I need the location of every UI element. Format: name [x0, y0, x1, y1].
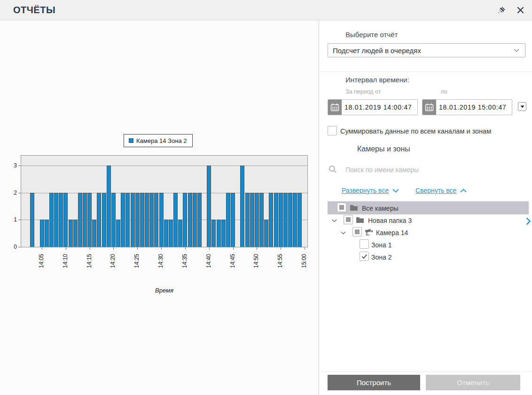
calendar-to-button[interactable] — [422, 100, 436, 115]
x-tick-label: 14:35 — [181, 251, 188, 268]
tree-row-all-cameras[interactable]: Все камеры — [320, 202, 532, 214]
collapse-all-label: Свернуть все — [415, 187, 456, 194]
bar — [97, 193, 101, 247]
bar — [49, 193, 54, 247]
calendar-icon — [330, 103, 339, 111]
x-tick — [113, 247, 114, 250]
legend-label: Камера 14 Зона 2 — [136, 137, 187, 144]
bar — [145, 193, 149, 247]
datetime-to-value[interactable]: 18.01.2019 15:00:47 — [436, 100, 507, 115]
tree-label: Зона 1 — [371, 241, 391, 249]
datetime-to-field[interactable]: 18.01.2019 15:00:47 — [422, 99, 512, 115]
tree-row-camera[interactable]: Камера 14 — [320, 227, 532, 239]
bar — [30, 193, 34, 247]
y-tick-label: 1 — [8, 217, 17, 222]
x-tick-label: 14:50 — [253, 251, 260, 268]
bar — [87, 193, 92, 247]
bar — [211, 220, 216, 247]
bar — [240, 166, 244, 247]
interval-heading: Интервал времени: — [345, 76, 409, 84]
zone2-checkbox[interactable] — [360, 252, 369, 261]
interval-presets-button[interactable] — [518, 102, 526, 111]
camera-search-field[interactable]: Поиск по имени камеры — [328, 163, 525, 177]
divider — [320, 371, 532, 372]
bar — [131, 193, 135, 247]
calendar-from-button[interactable] — [328, 100, 342, 115]
bar — [207, 166, 211, 247]
chart-legend: Камера 14 Зона 2 — [124, 134, 193, 147]
x-tick-label: 14:10 — [62, 251, 69, 268]
x-tick — [137, 247, 138, 250]
bar — [40, 220, 44, 247]
x-axis-title: Время — [21, 287, 308, 294]
bar — [274, 193, 278, 247]
camera-checkbox[interactable] — [352, 227, 362, 237]
x-tick — [305, 247, 305, 250]
expander-chevron-icon[interactable] — [341, 231, 346, 235]
panel-expander-button[interactable] — [524, 215, 532, 227]
bar — [183, 193, 187, 247]
collapse-all-link[interactable]: Свернуть все — [415, 187, 467, 194]
bar — [245, 193, 250, 247]
y-tick — [18, 166, 21, 166]
bar — [269, 193, 273, 247]
build-button[interactable]: Построить — [328, 375, 420, 390]
tree-row-zone1[interactable]: Зона 1 — [320, 239, 532, 251]
close-button[interactable] — [514, 4, 526, 16]
bar — [83, 193, 87, 247]
reports-window: ОТЧЁТЫ Камера 14 Зона 2 Число людей в оч… — [0, 0, 532, 395]
bar — [283, 193, 288, 247]
x-tick-label: 14:55 — [277, 251, 284, 268]
chevron-down-icon — [514, 48, 519, 52]
folder-checkbox[interactable] — [344, 215, 353, 224]
all-cameras-checkbox[interactable] — [337, 203, 346, 212]
datetime-from-value[interactable]: 18.01.2019 14:00:47 — [342, 100, 412, 115]
tree-row-zone2[interactable]: Зона 2 — [320, 251, 532, 263]
bar — [59, 193, 63, 247]
x-tick — [281, 247, 281, 250]
expand-all-link[interactable]: Развернуть все — [342, 187, 399, 194]
bar — [135, 193, 140, 247]
bar — [197, 193, 202, 247]
sum-data-checkbox[interactable] — [328, 126, 337, 135]
tree-row-folder[interactable]: Новая папка 3 — [320, 214, 532, 227]
report-settings-panel: Выберите отчёт Подсчет людей в очередях … — [320, 21, 532, 395]
x-tick-label: 14:05 — [38, 251, 45, 268]
x-tick-label: 14:15 — [86, 251, 93, 268]
pin-button[interactable] — [495, 4, 508, 16]
legend-swatch — [129, 138, 133, 143]
bar — [188, 193, 192, 247]
datetime-from-field[interactable]: 18.01.2019 14:00:47 — [328, 99, 418, 115]
camera-search-placeholder: Поиск по имени камеры — [345, 166, 419, 174]
report-select[interactable]: Подсчет людей в очередях — [328, 43, 525, 57]
expander-chevron-icon[interactable] — [332, 219, 337, 222]
x-tick-label: 15:00 — [301, 251, 308, 268]
y-tick — [18, 193, 21, 193]
chevron-right-icon — [526, 217, 531, 225]
bar — [173, 193, 178, 247]
y-tick-label: 0 — [8, 244, 17, 250]
checkmark-icon — [361, 254, 368, 259]
indeterminate-mark — [346, 217, 351, 222]
bar — [69, 220, 73, 247]
report-select-label: Выберите отчёт — [345, 31, 398, 39]
window-header: ОТЧЁТЫ — [0, 0, 532, 20]
chart-region: Камера 14 Зона 2 Число людей в очереди 0… — [0, 21, 319, 395]
report-select-value: Подсчет людей в очередях — [328, 47, 514, 55]
cameras-heading: Камеры и зоны — [357, 145, 410, 153]
x-tick — [90, 247, 90, 250]
x-tick — [257, 247, 257, 250]
bar — [250, 193, 254, 247]
bar — [264, 220, 268, 247]
folder-icon — [350, 204, 358, 211]
y-tick — [18, 247, 21, 247]
bar — [221, 220, 226, 247]
cancel-button[interactable]: Отменить — [426, 375, 520, 390]
zone1-checkbox[interactable] — [360, 239, 369, 249]
indeterminate-mark — [355, 229, 360, 234]
bar — [217, 220, 221, 247]
bar — [259, 193, 264, 247]
gridline — [21, 166, 307, 166]
x-tick-label: 14:25 — [133, 251, 141, 268]
bar — [231, 193, 235, 247]
